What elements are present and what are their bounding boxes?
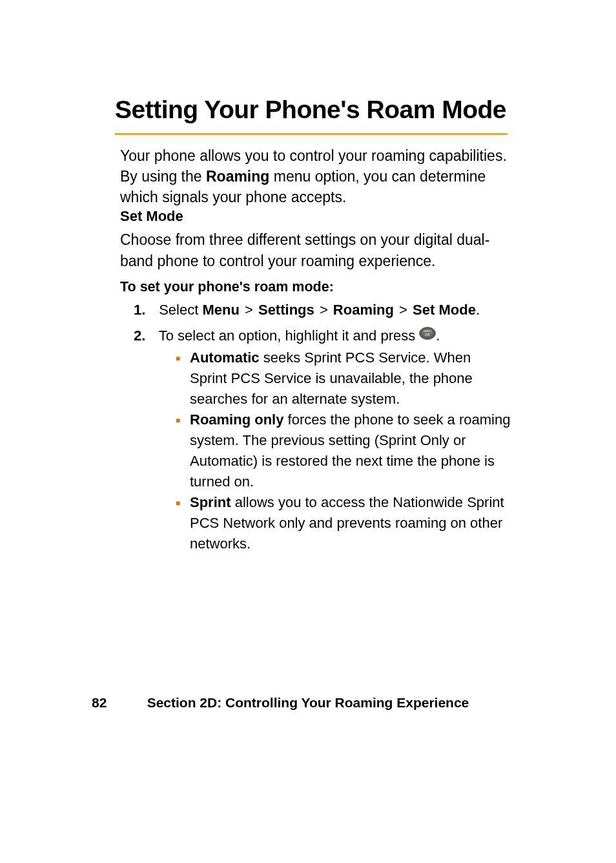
footer-section-title: Section 2D: Controlling Your Roaming Exp… [0,695,616,711]
step-1-settings: Settings [258,302,314,318]
bullet-marker-icon: ■ [176,410,190,492]
step-1-setmode: Set Mode [413,302,476,318]
step-1-menu: Menu [202,302,239,318]
step-1-number: 1. [134,300,155,320]
step-1: 1. Select Menu > Settings > Roaming > Se… [134,300,508,320]
svg-text:OK: OK [426,333,431,337]
step-2-period: . [436,328,440,344]
to-set-heading: To set your phone's roam mode: [120,279,334,295]
set-mode-subheading: Set Mode [120,208,183,225]
bullet-title-sprint: Sprint [190,494,231,510]
bullet-rest-sprint: allows you to access the Nationwide Spri… [190,494,504,552]
step-2-text-a: To select an option, highlight it and pr… [159,328,420,344]
bullet-text: Sprint allows you to access the Nationwi… [190,492,511,554]
bullet-list: ■ Automatic seeks Sprint PCS Service. Wh… [176,348,511,554]
page-heading: Setting Your Phone's Roam Mode [115,96,506,124]
ok-button-icon: MENUOK [419,325,436,346]
step-1-roaming: Roaming [333,302,394,318]
step-1-gt-3: > [398,300,409,320]
step-2: 2. To select an option, highlight it and… [134,326,508,347]
intro-paragraph: Your phone allows you to control your ro… [120,145,514,207]
bullet-text: Roaming only forces the phone to seek a … [190,410,511,492]
bullet-marker-icon: ■ [176,348,190,410]
heading-underline [115,133,508,135]
intro-bold-roaming: Roaming [206,168,269,185]
page-container: Setting Your Phone's Roam Mode Your phon… [0,0,616,863]
step-1-text-a: Select [159,302,202,318]
step-1-gt-2: > [318,300,329,320]
step-1-period: . [476,302,480,318]
step-1-gt-1: > [243,300,254,320]
bullet-title-roaming-only: Roaming only [190,411,283,428]
bullet-text: Automatic seeks Sprint PCS Service. When… [190,348,511,410]
bullet-sprint: ■ Sprint allows you to access the Nation… [176,492,511,554]
bullet-title-automatic: Automatic [190,349,260,366]
bullet-automatic: ■ Automatic seeks Sprint PCS Service. Wh… [176,348,511,410]
bullet-marker-icon: ■ [176,492,190,554]
bullet-roaming-only: ■ Roaming only forces the phone to seek … [176,410,511,492]
step-2-number: 2. [134,326,155,346]
set-mode-intro: Choose from three different settings on … [120,229,508,272]
